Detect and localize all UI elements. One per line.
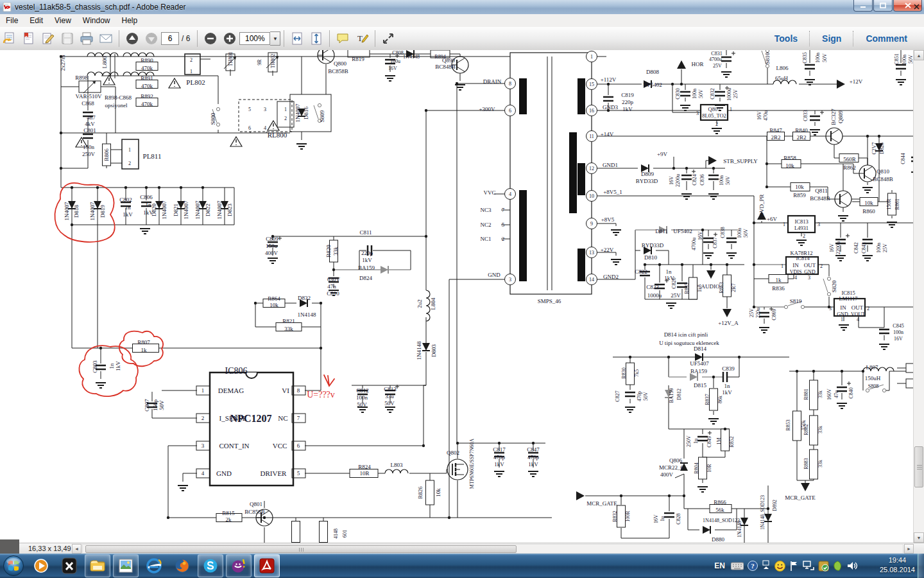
taskbar-clock[interactable]: 19:44 25.08.2014: [880, 556, 915, 575]
comment-bubble-button[interactable]: [334, 30, 352, 48]
show-desktop-button[interactable]: [918, 554, 924, 578]
schematic-label: 1: [781, 263, 783, 269]
scroll-right-button[interactable]: ►: [904, 544, 914, 554]
fit-page-button[interactable]: [307, 30, 325, 48]
zoom-level-value[interactable]: 100%: [239, 32, 270, 45]
schematic-label: 100n: [356, 394, 368, 401]
page-number-input[interactable]: [161, 32, 179, 45]
sign-document-button[interactable]: [39, 30, 57, 48]
svg-text:15: 15: [589, 82, 594, 87]
zoom-in-button[interactable]: [221, 30, 239, 48]
schematic-label: 100n: [876, 243, 882, 253]
taskbar-internet-explorer[interactable]: [141, 554, 167, 577]
schematic-label: 3: [808, 275, 810, 281]
svg-text:11: 11: [589, 134, 594, 139]
schematic-label: +8V5_1: [603, 189, 622, 195]
sign-button[interactable]: Sign: [810, 33, 853, 44]
schematic-label: C801: [83, 127, 96, 134]
schematic-drawing: 864311516111210913142x27mL800R898VAR-510…: [0, 50, 914, 543]
schematic-label: 1: [841, 317, 843, 322]
open-file-button[interactable]: [1, 30, 19, 48]
schematic-label: 16V: [829, 243, 835, 252]
smiley-icon[interactable]: [774, 561, 785, 572]
zoom-dropdown-button[interactable]: ▼: [270, 31, 280, 46]
svg-text:?: ?: [751, 562, 755, 570]
taskbar-windows-explorer[interactable]: [85, 554, 110, 577]
pdf-canvas[interactable]: 864311516111210913142x27mL800R898VAR-510…: [0, 50, 914, 543]
schematic-label: R890: [141, 57, 153, 64]
schematic-label: 9R: [257, 59, 262, 66]
schematic-label: R832: [612, 511, 618, 521]
taskbar-image-viewer[interactable]: [113, 554, 139, 577]
antivirus-icon[interactable]: [818, 561, 829, 572]
schematic-label: 8L05_TO2: [702, 112, 726, 119]
scroll-down-button[interactable]: ▼: [914, 532, 924, 543]
show-hidden-icon[interactable]: [762, 560, 771, 572]
schematic-label: 4700u: [709, 57, 722, 62]
zoom-out-button[interactable]: [201, 30, 219, 48]
fullscreen-button[interactable]: [379, 30, 397, 48]
schematic-label: 50V: [743, 229, 749, 238]
network-icon[interactable]: [803, 561, 814, 571]
schematic-label: D810: [644, 254, 657, 261]
taskbar-yahoo-messenger[interactable]: [226, 554, 252, 577]
taskbar-windows-media-player[interactable]: [28, 554, 54, 577]
save-button[interactable]: [58, 30, 76, 48]
volume-icon[interactable]: [846, 561, 858, 571]
horizontal-scrollbar[interactable]: ◄ ►: [72, 544, 914, 554]
language-indicator[interactable]: EN: [714, 561, 725, 570]
horizontal-scroll-thumb[interactable]: [85, 545, 517, 553]
schematic-label: R847: [769, 127, 782, 134]
print-button[interactable]: [78, 30, 96, 48]
schematic-label: 47u: [834, 390, 839, 398]
maximize-button[interactable]: [873, 0, 893, 12]
schematic-label: +112V: [601, 76, 617, 83]
keyboard-icon[interactable]: [731, 561, 744, 570]
flag-icon[interactable]: [789, 561, 799, 572]
scroll-up-button[interactable]: ▲: [914, 50, 924, 60]
previous-page-button[interactable]: [123, 30, 141, 48]
comment-button[interactable]: Comment: [854, 33, 919, 44]
close-document-icon[interactable]: [911, 1, 921, 12]
fit-width-button[interactable]: [288, 30, 306, 48]
schematic-label: C808: [392, 50, 403, 56]
next-page-button[interactable]: [142, 30, 160, 48]
schematic-label: 10R: [706, 464, 712, 473]
schematic-label: IN: [792, 262, 799, 268]
highlight-text-button[interactable]: T: [353, 30, 371, 48]
green-status-icon[interactable]: [833, 561, 843, 572]
schematic-label: 25V: [733, 89, 739, 98]
create-pdf-button[interactable]: [20, 30, 38, 48]
schematic-label: 1N4007: [89, 202, 96, 220]
taskbar-x-app[interactable]: [56, 554, 82, 577]
schematic-label: 3: [829, 306, 832, 311]
menu-item-edit[interactable]: Edit: [24, 15, 49, 26]
vertical-scroll-thumb[interactable]: [914, 446, 923, 487]
schematic-label: 2: [820, 263, 823, 269]
tools-button[interactable]: Tools: [763, 33, 809, 44]
schematic-label: BA159: [690, 368, 708, 374]
schematic-label: 25V: [749, 308, 755, 317]
taskbar-firefox[interactable]: [169, 554, 195, 577]
menu-item-file[interactable]: File: [0, 15, 24, 26]
schematic-label: 100n: [893, 329, 903, 335]
email-button[interactable]: [97, 30, 115, 48]
menu-item-window[interactable]: Window: [77, 15, 116, 26]
minimize-button[interactable]: [853, 0, 873, 12]
help-icon[interactable]: ?: [748, 561, 758, 571]
taskbar-skype[interactable]: [198, 554, 223, 577]
schematic-label: L807: [866, 364, 878, 371]
schematic-label: 1M: [716, 437, 722, 444]
taskbar-adobe-reader[interactable]: [254, 554, 280, 577]
schematic-label: R840: [795, 127, 808, 134]
menu-item-help[interactable]: Help: [116, 15, 144, 26]
schematic-label: CONT_IN: [219, 442, 249, 450]
schematic-label: 25V: [713, 63, 722, 69]
schematic-label: R860: [862, 208, 875, 215]
scroll-left-button[interactable]: ◄: [72, 544, 81, 554]
menu-item-view[interactable]: View: [49, 15, 77, 26]
vertical-scrollbar[interactable]: ▲ ▼: [913, 50, 924, 543]
start-button[interactable]: [3, 555, 24, 577]
schematic-label: D811: [655, 228, 668, 234]
titlebar[interactable]: vestel_11ak58-5_chassis_sch.pdf - Adobe …: [0, 0, 924, 15]
